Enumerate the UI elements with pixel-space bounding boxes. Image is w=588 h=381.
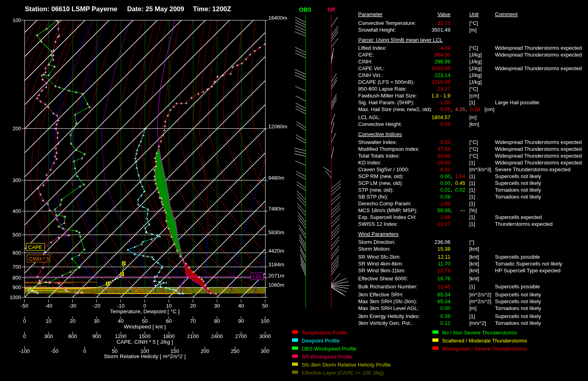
svg-text:Large Hail possible: Large Hail possible (495, 99, 539, 105)
svg-text:Convective Indices: Convective Indices (358, 131, 402, 137)
svg-text:37.59: 37.59 (437, 146, 450, 152)
svg-text:3: 3 (122, 261, 125, 265)
svg-text:-10.27: -10.27 (436, 221, 450, 227)
svg-text:80: 80 (214, 318, 220, 324)
svg-text:0.08: 0.08 (440, 194, 450, 200)
svg-text:Max. Hail Size (new, new2, old: Max. Hail Size (new, new2, old): (358, 106, 432, 112)
svg-text:0.12: 0.12 (440, 320, 450, 326)
svg-text:SWISS 12 Index:: SWISS 12 Index: (358, 221, 398, 227)
svg-text:[m^2/s^2]: [m^2/s^2] (469, 292, 491, 298)
svg-text:0.02: 0.02 (455, 187, 465, 193)
svg-text:CAPE:: CAPE: (358, 52, 374, 58)
svg-text:[J/kg]: [J/kg] (469, 79, 482, 85)
svg-text:Widespread Thunderstorms expec: Widespread Thunderstorms expected (495, 160, 582, 166)
svg-text:Storm Relative Helicity [ m^2: Storm Relative Helicity [ m^2/s^2 ] (104, 353, 186, 359)
svg-text:10: 10 (166, 303, 172, 309)
svg-text:30: 30 (94, 318, 99, 324)
svg-text:850-600 Lapse Rate:: 850-600 Lapse Rate: (358, 86, 407, 92)
svg-text:7480m: 7480m (268, 206, 284, 212)
svg-text:0: 0 (23, 318, 26, 324)
svg-text:2700: 2700 (235, 333, 247, 339)
svg-text:11.70: 11.70 (438, 261, 450, 267)
svg-text:10: 10 (46, 318, 51, 324)
svg-text:1800: 1800 (163, 333, 175, 339)
svg-text:---: --- (460, 207, 465, 213)
svg-text:0.01: 0.01 (440, 187, 450, 193)
svg-text:[°]: [°] (469, 239, 474, 245)
svg-text:-20: -20 (93, 303, 101, 309)
svg-text:Supercells not likely: Supercells not likely (495, 292, 541, 298)
svg-text:23.27: 23.27 (437, 86, 450, 92)
svg-text:[knt]: [knt] (469, 276, 479, 282)
svg-text:250: 250 (231, 348, 239, 354)
svg-text:Widespread Thunderstorms expec: Widespread Thunderstorms expected (495, 139, 582, 145)
svg-text:-50: -50 (21, 303, 28, 309)
svg-text:50: 50 (262, 303, 268, 309)
svg-text:1.3 - 1.9: 1.3 - 1.9 (431, 93, 450, 99)
svg-text:[m^2/s^2]: [m^2/s^2] (469, 298, 491, 304)
svg-text:[m]: [m] (469, 27, 476, 33)
svg-text:[1]: [1] (469, 160, 475, 166)
svg-text:223.14: 223.14 (434, 72, 450, 78)
svg-text:[cm]: [cm] (469, 93, 479, 99)
svg-text:0: 0 (143, 303, 146, 309)
svg-text:3000: 3000 (260, 333, 271, 339)
svg-text:Fawbush-Miller Hail Size:: Fawbush-Miller Hail Size: (358, 93, 417, 99)
svg-text:[%]: [%] (469, 207, 477, 213)
svg-text:16.76: 16.76 (437, 276, 450, 282)
svg-text:CINH * 5: CINH * 5 (29, 256, 49, 262)
svg-text:[1]: [1] (469, 313, 475, 319)
svg-text:CAPE: CAPE (28, 244, 43, 250)
svg-text:0: 0 (23, 333, 26, 339)
svg-text:Storm Motion:: Storm Motion: (358, 246, 391, 252)
svg-text:SR Wind Sfc-2km:: SR Wind Sfc-2km: (358, 254, 401, 260)
svg-text:[°C]: [°C] (469, 20, 478, 26)
svg-text:[m]: [m] (469, 305, 476, 311)
svg-text:[°C]: [°C] (469, 153, 478, 159)
svg-text:1060m: 1060m (268, 282, 284, 288)
svg-text:20: 20 (190, 303, 196, 309)
svg-text:1.54: 1.54 (455, 173, 465, 179)
svg-text:Total Totals Index:: Total Totals Index: (358, 153, 400, 159)
svg-text:[1]: [1] (469, 187, 475, 193)
svg-text:31.72: 31.72 (437, 20, 450, 26)
svg-text:[knt]: [knt] (469, 246, 479, 252)
svg-text:Thunderstorms expected: Thunderstorms expected (495, 221, 553, 227)
svg-text:0.39: 0.39 (440, 313, 450, 319)
svg-text:Modified Thompson Index:: Modified Thompson Index: (358, 146, 420, 152)
svg-text:Convective Height:: Convective Height: (358, 121, 402, 127)
svg-text:100: 100 (261, 318, 270, 324)
svg-text:3501.49: 3501.49 (432, 27, 450, 33)
svg-text:CAPE Virt.:: CAPE Virt.: (358, 65, 385, 71)
svg-text:2100: 2100 (187, 333, 199, 339)
svg-text:70: 70 (190, 318, 196, 324)
svg-text:SB STP (fix):: SB STP (fix): (358, 194, 388, 200)
svg-text:Exp. Supercell Index CH:: Exp. Supercell Index CH: (358, 214, 416, 220)
svg-text:5.59: 5.59 (440, 106, 450, 112)
svg-text:100: 100 (12, 17, 21, 23)
svg-text:Tornadic Supercells not likely: Tornadic Supercells not likely (495, 261, 562, 267)
svg-text:65.34: 65.34 (437, 292, 450, 298)
svg-text:CINH Virt.:: CINH Virt.: (358, 72, 383, 78)
svg-text:[1]: [1] (469, 201, 475, 207)
svg-text:0.53: 0.53 (440, 139, 450, 145)
svg-text:Sfc-3km Storm Relative Helicit: Sfc-3km Storm Relative Helicity Profile (302, 362, 391, 368)
svg-text:Snowfall Height:: Snowfall Height: (358, 27, 396, 33)
svg-text:Convective Temperature:: Convective Temperature: (358, 20, 416, 26)
svg-text:Parameter: Parameter (358, 11, 383, 17)
svg-text:[J/kg]: [J/kg] (469, 65, 482, 71)
svg-text:3km Energy Helicity Index:: 3km Energy Helicity Index: (358, 313, 420, 319)
svg-text:Temperature Profile: Temperature Profile (302, 330, 347, 336)
svg-text:800: 800 (12, 275, 21, 281)
svg-text:SCP RM (new, old):: SCP RM (new, old): (358, 173, 404, 179)
svg-text:DCAPE (LFS = 500mB):: DCAPE (LFS = 500mB): (358, 79, 415, 85)
svg-text:236.06: 236.06 (434, 239, 450, 245)
svg-text:Severe Thunderstorms expected: Severe Thunderstorms expected (495, 166, 570, 172)
svg-text:600: 600 (12, 250, 21, 256)
svg-text:0.00: 0.00 (440, 173, 450, 179)
svg-text:600: 600 (68, 333, 77, 339)
svg-text:CAPE, CINH * 5 [ J/kg ]: CAPE, CINH * 5 [ J/kg ] (116, 339, 173, 345)
svg-text:Derecho Comp Param:: Derecho Comp Param: (358, 201, 412, 207)
svg-text:-50: -50 (51, 348, 59, 354)
svg-text:4420m: 4420m (268, 248, 284, 254)
